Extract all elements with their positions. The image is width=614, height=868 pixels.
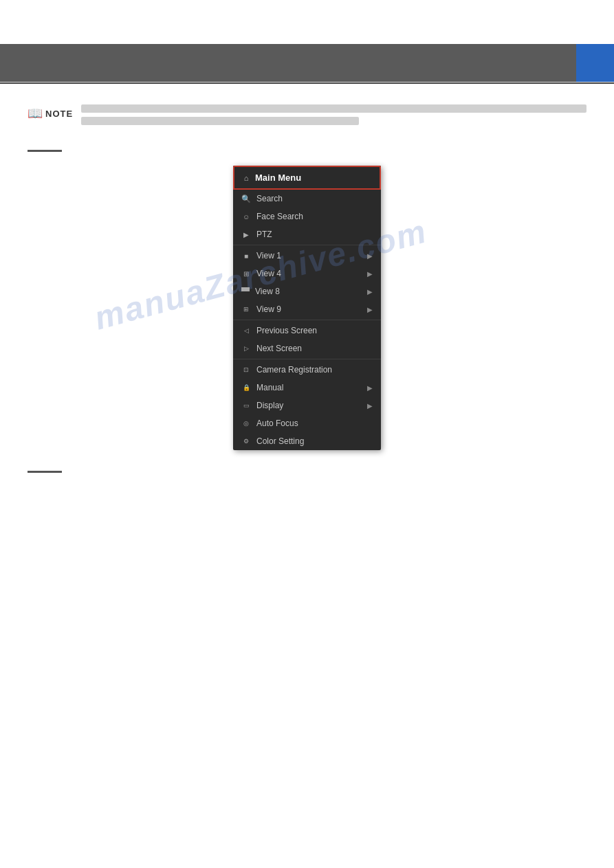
section-divider-bottom — [28, 471, 62, 473]
menu-item-search[interactable]: 🔍 Search — [233, 190, 381, 208]
note-text-line-1 — [81, 104, 586, 113]
menu-item-view1[interactable]: ■ View 1 ▶ — [233, 247, 381, 265]
next-screen-label: Next Screen — [256, 344, 373, 353]
menu-divider-1 — [233, 245, 381, 245]
book-icon: 📖 — [28, 106, 43, 121]
view8-label: View 8 — [255, 287, 362, 296]
note-text-line-2 — [81, 117, 359, 125]
menu-divider-3 — [233, 359, 381, 359]
display-label: Display — [256, 401, 362, 410]
camera-registration-label: Camera Registration — [256, 365, 373, 375]
search-icon: 🔍 — [241, 194, 251, 203]
menu-item-view4[interactable]: ⊞ View 4 ▶ — [233, 265, 381, 282]
menu-item-auto-focus[interactable]: ◎ Auto Focus — [233, 414, 381, 432]
color-setting-label: Color Setting — [256, 436, 373, 446]
ptz-label: PTZ — [256, 230, 373, 239]
menu-screenshot: ⌂ Main Menu 🔍 Search ☺ Face Search ▶ PTZ… — [233, 166, 381, 450]
color-setting-icon: ⚙ — [241, 436, 251, 446]
menu-item-previous-screen[interactable]: ◁ Previous Screen — [233, 322, 381, 340]
menu-container: ⌂ Main Menu 🔍 Search ☺ Face Search ▶ PTZ… — [28, 166, 586, 450]
view1-label: View 1 — [256, 251, 362, 260]
menu-item-next-screen[interactable]: ▷ Next Screen — [233, 340, 381, 357]
menu-item-face-search[interactable]: ☺ Face Search — [233, 208, 381, 225]
auto-focus-icon: ◎ — [241, 419, 251, 428]
menu-item-camera-registration[interactable]: ⊡ Camera Registration — [233, 361, 381, 379]
manual-label: Manual — [256, 383, 362, 392]
ptz-icon: ▶ — [241, 230, 251, 239]
note-section: 📖 NOTE — [28, 104, 586, 129]
manual-icon: 🔒 — [241, 383, 251, 392]
menu-item-manual[interactable]: 🔒 Manual ▶ — [233, 379, 381, 397]
face-search-label: Face Search — [256, 212, 373, 221]
note-icon-group: 📖 NOTE — [28, 106, 73, 121]
menu-item-view9[interactable]: ⊞ View 9 ▶ — [233, 300, 381, 318]
view8-icon — [241, 287, 250, 296]
search-label: Search — [256, 194, 373, 203]
view8-arrow: ▶ — [367, 288, 373, 296]
menu-item-ptz[interactable]: ▶ PTZ — [233, 225, 381, 243]
view4-icon: ⊞ — [241, 269, 251, 278]
view9-arrow: ▶ — [367, 306, 373, 313]
next-screen-icon: ▷ — [241, 344, 251, 353]
menu-header[interactable]: ⌂ Main Menu — [233, 166, 381, 190]
previous-screen-icon: ◁ — [241, 326, 251, 335]
menu-item-display[interactable]: ▭ Display ▶ — [233, 397, 381, 414]
view1-arrow: ▶ — [367, 252, 373, 260]
note-content — [81, 104, 586, 129]
display-arrow: ▶ — [367, 402, 373, 410]
view4-arrow: ▶ — [367, 270, 373, 278]
menu-divider-2 — [233, 320, 381, 320]
menu-item-view8[interactable]: View 8 ▶ — [233, 282, 381, 300]
header-bar — [0, 44, 614, 82]
content-area: 📖 NOTE manuaZarchive.com ⌂ Main Menu 🔍 S… — [0, 84, 614, 514]
camera-registration-icon: ⊡ — [241, 365, 251, 375]
note-label: NOTE — [45, 109, 73, 119]
bottom-content — [0, 514, 614, 542]
view9-label: View 9 — [256, 304, 362, 314]
section-divider-top — [28, 150, 62, 152]
home-icon: ⌂ — [241, 173, 251, 183]
top-header — [0, 0, 614, 82]
face-search-icon: ☺ — [241, 212, 251, 221]
menu-header-label: Main Menu — [255, 173, 301, 183]
view1-icon: ■ — [241, 251, 251, 260]
view9-icon: ⊞ — [241, 304, 251, 314]
menu-item-color-setting[interactable]: ⚙ Color Setting — [233, 432, 381, 450]
header-accent-block — [576, 44, 614, 82]
previous-screen-label: Previous Screen — [256, 326, 373, 335]
view4-label: View 4 — [256, 269, 362, 278]
display-icon: ▭ — [241, 401, 251, 410]
manual-arrow: ▶ — [367, 384, 373, 392]
auto-focus-label: Auto Focus — [256, 419, 373, 428]
